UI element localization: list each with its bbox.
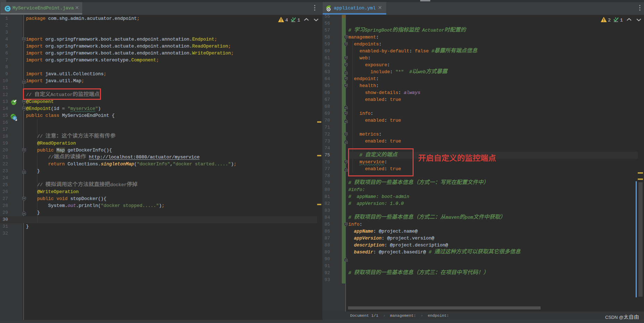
svg-text:C: C <box>6 6 9 11</box>
svg-text:4: 4 <box>285 18 288 23</box>
svg-text:2: 2 <box>608 18 611 23</box>
svg-text:1: 1 <box>620 18 623 23</box>
svg-text:C: C <box>14 116 16 120</box>
svg-text:1: 1 <box>297 18 300 23</box>
